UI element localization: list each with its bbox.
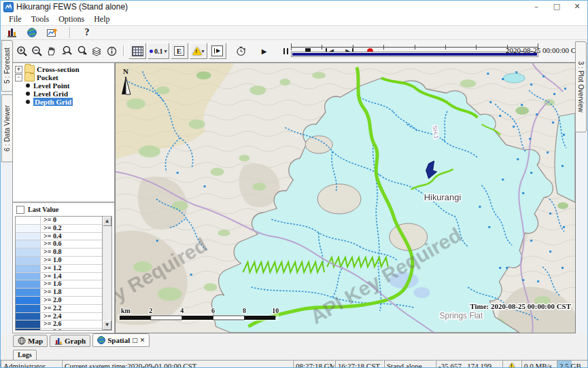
menu-file[interactable]: File: [4, 14, 27, 24]
tab-forecast[interactable]: 5 : Forecast: [1, 40, 13, 92]
zoom-in-button[interactable]: [15, 43, 29, 58]
tree-item-depth-grid[interactable]: Depth Grid: [24, 98, 114, 106]
bullet-icon: [26, 100, 30, 104]
grid-display-button[interactable]: [128, 43, 146, 59]
toolbar-separator: [123, 45, 124, 56]
database-button[interactable]: [5, 25, 18, 40]
legend-swatch: [16, 257, 41, 264]
legend-row[interactable]: >= 2.8: [16, 329, 102, 330]
legend-row[interactable]: >= 1.0: [16, 257, 102, 265]
tab-plot-overview[interactable]: 3 : Plot Overview: [575, 41, 587, 132]
dot-icon: [150, 50, 153, 53]
warning-icon: !: [508, 363, 515, 368]
tree-item-pocket[interactable]: - Pocket: [15, 73, 114, 81]
menu-tools[interactable]: Tools: [27, 14, 54, 24]
last-value-checkbox[interactable]: [16, 206, 24, 214]
zoom-out-button[interactable]: [30, 43, 44, 58]
legend-table: >= 0 >= 0.2 >= 0.4 >= 0.6 >= 0.8 >= 1.0 …: [15, 216, 112, 331]
legend-row[interactable]: >= 0.2: [16, 225, 102, 233]
town-label: Hikurangi: [424, 192, 462, 202]
time-span-bar: [291, 52, 538, 57]
scroll-down-icon[interactable]: ▼: [103, 320, 111, 330]
minimize-icon[interactable]: –: [526, 1, 547, 13]
tree-item-label: Level Point: [33, 81, 69, 90]
tab-map[interactable]: Map: [13, 335, 48, 347]
help-button[interactable]: ?: [80, 25, 94, 40]
tree-item-label-selected: Depth Grid: [33, 98, 73, 106]
status-mode: Stand alone: [384, 360, 436, 368]
scale-tick: 4: [180, 307, 184, 314]
tab-spatial[interactable]: Spatial □ ✕: [92, 333, 150, 347]
time-slider[interactable]: [291, 43, 538, 58]
legend-swatch: [16, 289, 41, 296]
globe-icon: [97, 336, 105, 344]
chevron-down-icon: ▾: [202, 48, 205, 54]
last-value-label: Last Value: [28, 206, 58, 213]
legend-swatch: [16, 217, 41, 224]
left-panel: + Cross-section - Pocket Level Point Lev…: [12, 62, 115, 333]
logs-row: Logs: [1, 347, 587, 360]
tab-data-viewer[interactable]: 6 : Data Viewer: [1, 94, 13, 162]
warnings-dropdown[interactable]: ! ▾: [190, 43, 207, 59]
warning-icon: !: [192, 47, 202, 55]
chevron-down-icon: ▾: [165, 48, 167, 54]
logs-button[interactable]: Logs: [13, 350, 37, 361]
toolbar-separator: [69, 27, 70, 38]
contour-interval-dropdown[interactable]: 0.1 ▾: [148, 43, 169, 59]
legend-swatch: [16, 305, 41, 312]
play-button[interactable]: ▶: [258, 43, 271, 58]
legend-panel: Last Value >= 0 >= 0.2 >= 0.4 >= 0.6 >= …: [13, 202, 114, 333]
status-coordinates: -35.657 , 174.199: [436, 360, 502, 368]
map-viewport[interactable]: API Key Required API Key Required Hikura…: [115, 62, 576, 333]
zoom-next-button[interactable]: [75, 43, 88, 58]
animation-button[interactable]: ▶: [209, 43, 226, 59]
tab-data-viewer-label: 6 : Data Viewer: [3, 105, 11, 151]
timeseries-button[interactable]: [46, 25, 59, 40]
bullet-icon: [26, 92, 30, 96]
zoom-previous-button[interactable]: [60, 43, 73, 58]
tree-item-label: Cross-section: [37, 65, 80, 73]
legend-swatch: [16, 313, 41, 320]
map-toolbar: 0.1 ▾ E ! ▾ ▶ ▶ ◀ ▶: [1, 40, 587, 62]
expander-icon[interactable]: -: [15, 74, 22, 81]
north-label: N: [123, 67, 128, 75]
tab-forecast-label: 5 : Forecast: [3, 48, 11, 84]
scroll-up-icon[interactable]: ▲: [103, 217, 111, 226]
status-system-time: Current system time:2020-09-01 00:00 CST: [62, 360, 293, 368]
legend-row[interactable]: >= 1.2: [16, 265, 102, 273]
scale-tick: 10: [272, 307, 279, 314]
tab-spatial-label: Spatial: [107, 336, 130, 344]
legend-swatch: [16, 265, 41, 272]
tree-item-level-point[interactable]: Level Point: [24, 81, 114, 90]
tab-close-icon[interactable]: ✕: [140, 337, 145, 344]
interval-value: 0.1: [154, 48, 163, 55]
close-icon[interactable]: ✕: [567, 1, 587, 13]
legend-row[interactable]: >= 2.2: [16, 305, 102, 313]
pan-hand-button[interactable]: [45, 43, 58, 58]
editor-button[interactable]: E: [171, 43, 188, 59]
maximize-icon[interactable]: □: [547, 1, 567, 13]
expander-icon[interactable]: +: [15, 66, 22, 73]
menu-options[interactable]: Options: [54, 14, 89, 24]
map-display-button[interactable]: [25, 25, 39, 40]
app-window: Hikurangi FEWS (Stand alone) – □ ✕ File …: [0, 0, 588, 368]
timer-button[interactable]: [235, 43, 248, 58]
legend-swatch: [16, 329, 41, 330]
layers-button[interactable]: [90, 43, 103, 58]
legend-scrollbar[interactable]: ▲ ▼: [102, 217, 111, 330]
tab-graph-label: Graph: [65, 337, 86, 345]
status-warning-cell[interactable]: !: [502, 360, 521, 368]
scale-tick: 2: [149, 307, 152, 314]
window-title: Hikurangi FEWS (Stand alone): [16, 2, 128, 12]
tree-item-level-grid[interactable]: Level Grid: [24, 90, 114, 98]
legend-row[interactable]: >= 2.0: [16, 297, 102, 305]
status-memory[interactable]: 2.5 GB: [557, 360, 588, 368]
menu-help[interactable]: Help: [89, 14, 114, 24]
tab-graph[interactable]: Graph: [50, 335, 90, 347]
place-label: Springs Flat: [440, 311, 483, 320]
info-button[interactable]: [105, 43, 118, 58]
legend-swatch: [16, 273, 41, 280]
tab-maximize-icon[interactable]: □: [132, 337, 138, 344]
tree-item-label: Pocket: [37, 73, 58, 81]
main-toolbar: ?: [1, 25, 587, 40]
